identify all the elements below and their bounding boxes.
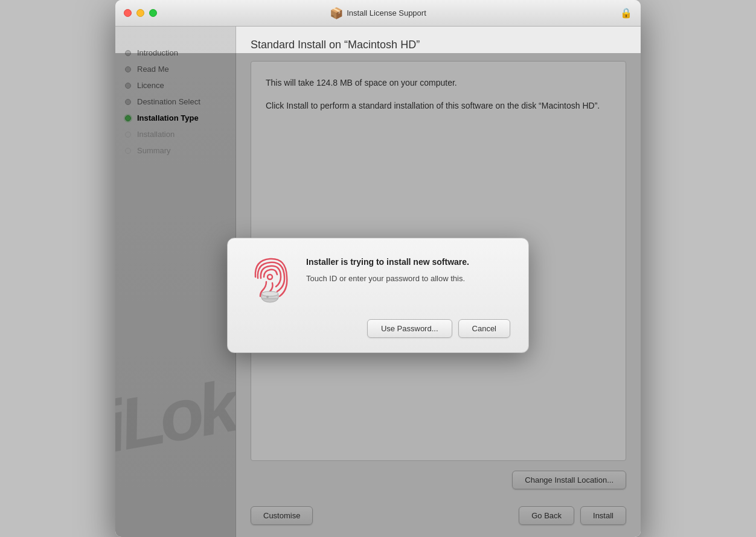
svg-point-4 (266, 296, 269, 298)
lock-icon: 🔒 (620, 7, 632, 19)
modal-body: Installer is trying to install new softw… (246, 256, 510, 305)
close-button[interactable] (124, 9, 132, 17)
minimize-button[interactable] (136, 9, 144, 17)
modal-icon (246, 256, 294, 305)
svg-point-0 (267, 275, 272, 279)
svg-point-3 (261, 291, 278, 296)
main-window: 📦 Install License Support 🔒 Introduction… (115, 0, 641, 537)
modal-overlay: Installer is trying to install new softw… (115, 53, 641, 537)
modal-text-content: Installer is trying to install new softw… (306, 256, 510, 285)
modal-description: Touch ID or enter your password to allow… (306, 273, 510, 285)
app-icon: 📦 (330, 7, 343, 20)
cancel-button[interactable]: Cancel (458, 319, 510, 338)
title-bar: 📦 Install License Support 🔒 (115, 0, 641, 27)
auth-modal: Installer is trying to install new softw… (227, 238, 529, 353)
use-password-button[interactable]: Use Password... (367, 319, 452, 338)
section-title: Standard Install on “Macintosh HD” (251, 39, 626, 51)
modal-buttons: Use Password... Cancel (246, 319, 510, 338)
modal-title: Installer is trying to install new softw… (306, 256, 510, 268)
window-title: Install License Support (347, 8, 426, 17)
maximize-button[interactable] (149, 9, 157, 17)
traffic-lights (124, 9, 157, 17)
title-bar-title: 📦 Install License Support (330, 7, 426, 20)
